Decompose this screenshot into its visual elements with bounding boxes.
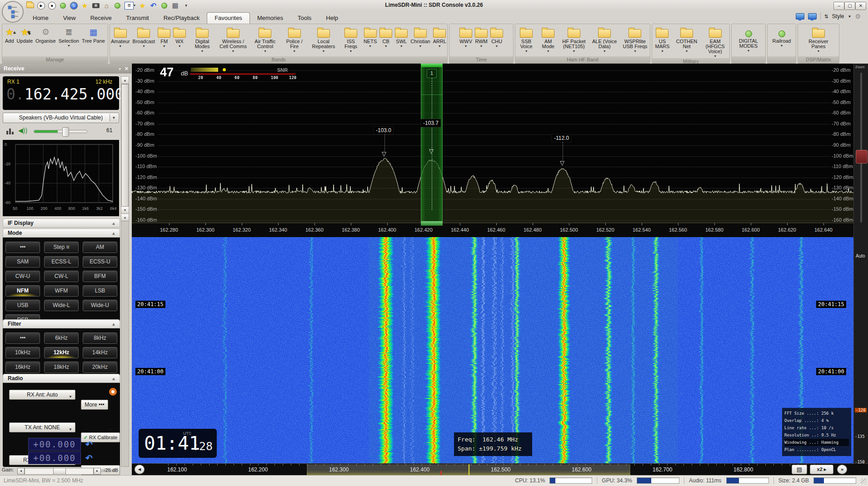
mode-button-usb[interactable]: USB [5, 300, 40, 311]
ribbon-item-fm[interactable]: FM▼ [157, 27, 171, 48]
panel-scrollbar[interactable]: ▲▼▲ [121, 76, 129, 467]
ribbon-item-local-repeaters[interactable]: Local Repeaters▼ [308, 27, 339, 53]
ribbon-item-railroad[interactable]: Railroad▼ [772, 27, 792, 48]
undo-icon[interactable]: ↶ [150, 2, 157, 10]
gain-right-arrow[interactable]: ► [94, 468, 101, 475]
ribbon-item-broadcast[interactable]: Broadcast▼ [132, 27, 156, 48]
zoom-x2-button[interactable]: x2 ▸ [810, 465, 833, 474]
tx-ant-select[interactable]: TX Ant: NONE▼ [9, 422, 75, 432]
ribbon-item-amateur[interactable]: Amateur▼ [110, 27, 131, 48]
frequency-nav-bar[interactable]: 162.100162.200162.300162.400162.500162.6… [132, 463, 868, 475]
filter-button-12khz[interactable]: 12kHz [44, 347, 79, 358]
speaker-icon[interactable]: ◀)) [18, 127, 27, 134]
ribbon-item-wireless-cell-comms[interactable]: Wireless / Cell Comms▼ [218, 27, 249, 53]
chevron-up-icon[interactable]: ▲ [111, 219, 116, 228]
tab-receive[interactable]: Receive [83, 13, 119, 24]
filter-button-20khz[interactable]: 20kHz [83, 362, 117, 373]
ribbon-item-ssb-voice[interactable]: SSB Voice▼ [515, 27, 537, 53]
fast-forward-button[interactable]: » [837, 465, 847, 474]
nav-collapse-button[interactable]: ◄ [135, 465, 145, 474]
filter-button-[interactable]: ••• [5, 332, 40, 344]
ribbon-item-ale-voice-data[interactable]: ALE (Voice Data)▼ [590, 27, 619, 53]
status-green-icon[interactable] [160, 2, 168, 10]
rit-undo-icon[interactable]: ↶ [85, 439, 93, 450]
ribbon-item-iss-freqs[interactable]: ISS Freqs▼ [340, 27, 362, 53]
mode-button-wfm[interactable]: WFM [44, 285, 79, 297]
tuning-band-bottom[interactable] [421, 221, 443, 226]
waterfall-display[interactable] [132, 237, 853, 463]
chevron-up-icon[interactable]: ▲ [111, 320, 116, 328]
ribbon-item-selection[interactable]: ≣Selection▼ [58, 27, 80, 48]
section-filter[interactable]: Filter▲ [3, 319, 120, 328]
scroll-up-icon[interactable]: ▲ [121, 214, 129, 221]
keyboard-button[interactable]: ▤ [792, 465, 807, 474]
chevron-up-icon[interactable]: ▲ [111, 374, 116, 383]
ribbon-item-eam-hfgcs-voice[interactable]: EAM (HFGCS Voice)▼ [701, 27, 729, 58]
sync-blue-icon[interactable]: ↻ [70, 2, 78, 10]
home-icon[interactable]: ⌂ [103, 2, 110, 10]
ribbon-item-christian[interactable]: Christian▼ [409, 27, 431, 48]
mode-button-lsb[interactable]: LSB [83, 285, 117, 297]
filter-button-6khz[interactable]: 6kHz [44, 332, 79, 344]
receive-panel-header[interactable]: Receive ▼ ✕ [0, 64, 131, 74]
ribbon-item-wwv[interactable]: WWV▼ [459, 27, 473, 48]
chevron-down-icon[interactable]: ▼ [848, 15, 852, 19]
ribbon-item-wx[interactable]: WX▼ [172, 27, 187, 48]
gear-icon[interactable]: ⚙ [855, 13, 861, 20]
close-icon[interactable]: ✕ [125, 66, 129, 71]
ribbon-item-arrl[interactable]: ARRL▼ [432, 27, 447, 48]
ribbon-item-us-mars[interactable]: US MARS▼ [652, 27, 673, 53]
close-button[interactable]: ✕ [855, 2, 866, 10]
ribbon-item-hf-packet-net105[interactable]: HF Packet (NET105)▼ [559, 27, 589, 53]
volume-handle[interactable] [62, 127, 69, 137]
tab-rec-playback[interactable]: Rec/Playback [156, 13, 207, 24]
mode-button-wide-l[interactable]: Wide-L [44, 300, 79, 311]
gain-left-arrow[interactable]: ◄ [17, 468, 25, 475]
tab-favourites[interactable]: Favourites [207, 12, 250, 24]
filter-button-16khz[interactable]: 16kHz [5, 362, 40, 373]
minimize-button[interactable]: – [833, 2, 844, 10]
tab-tools[interactable]: Tools [290, 13, 319, 24]
frequency-axis[interactable]: 162.280162.300162.320162.340162.360162.3… [132, 223, 853, 237]
mode-button-ecss-u[interactable]: ECSS-U [83, 256, 117, 268]
ribbon-item-update[interactable]: ★↯Update [16, 27, 34, 44]
arrow-down-icon[interactable]: ▼ [107, 426, 113, 433]
ribbon-item-organise[interactable]: ⚙Organise [35, 27, 57, 44]
updown-arrows-icon[interactable]: ⇅ [824, 14, 828, 20]
mode-button-cw-l[interactable]: CW-L [44, 271, 79, 282]
tab-transmit[interactable]: Transmit [119, 13, 156, 24]
select-list-icon[interactable]: ≣▾ [125, 2, 135, 10]
ribbon-item-rwm[interactable]: RWM▼ [474, 27, 489, 48]
ribbon-item-wsprlite-usb-freqs[interactable]: WSPRlite USB Freqs▼ [620, 27, 650, 53]
ribbon-item-tree-pane[interactable]: ▦Tree Pane [81, 27, 106, 44]
tab-view[interactable]: View [56, 13, 83, 24]
tab-home[interactable]: Home [25, 13, 56, 24]
maximize-button[interactable]: ▢ [844, 2, 855, 10]
monitor-icon[interactable] [796, 13, 804, 20]
filter-button-10khz[interactable]: 10kHz [5, 347, 40, 358]
zoom-slider-track[interactable] [860, 73, 862, 223]
ribbon-item-am-mode[interactable]: AM Mode▼ [538, 27, 558, 53]
mode-button-nfm[interactable]: NFM [5, 285, 40, 297]
monitor-icon[interactable] [808, 13, 817, 20]
volume-slider[interactable] [34, 130, 87, 133]
section-radio[interactable]: Radio▲ [3, 374, 120, 383]
section-mode[interactable]: Mode▲ [3, 228, 120, 238]
audio-device-select[interactable]: Speakers (VB-Audio Virtual Cable) ▼ [3, 113, 119, 123]
overflow-chevron-icon[interactable]: ▾ [182, 2, 190, 10]
scroll-up-icon[interactable]: ▲ [121, 77, 129, 84]
ribbon-item-cothen-net[interactable]: COTHEN Net▼ [673, 27, 700, 53]
rit-value-field[interactable]: +00.000 [28, 438, 81, 451]
scrollbar-thumb[interactable] [121, 84, 129, 207]
ribbon-item-nets[interactable]: NETS▼ [363, 27, 378, 48]
xit-value-field[interactable]: +00.000 [28, 451, 81, 464]
ribbon-item-digital-modes[interactable]: Digital Modes▼ [188, 27, 217, 53]
filter-button-18khz[interactable]: 18kHz [44, 362, 79, 373]
resize-grip-icon[interactable] [861, 478, 867, 485]
chevron-down-icon[interactable]: ▼ [110, 114, 118, 122]
stop-icon[interactable]: ■ [48, 2, 56, 10]
mode-button-ecss-l[interactable]: ECSS-L [44, 256, 79, 268]
ribbon-item-air-traffic-control[interactable]: Air Traffic Control▼ [249, 27, 280, 53]
rx-frequency-value[interactable]: 0.162.425.000 [6, 85, 124, 103]
style-menu[interactable]: Style [832, 13, 844, 20]
